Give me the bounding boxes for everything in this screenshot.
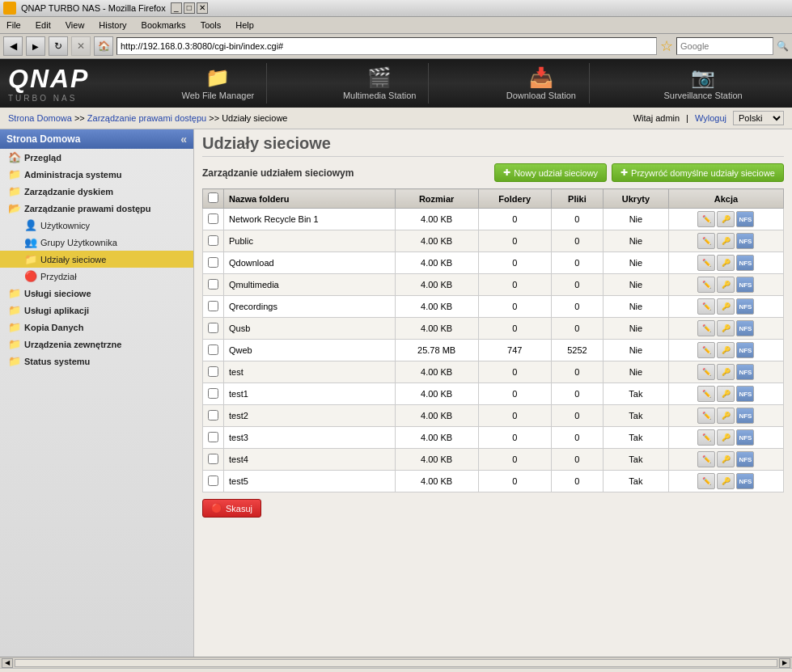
sidebar-item-uslugi-aplikacji[interactable]: 📁 Usługi aplikacji: [0, 302, 193, 319]
sidebar-item-przeglad[interactable]: 🏠 Przegląd: [0, 149, 193, 166]
nfs-button-12[interactable]: NFS: [736, 473, 754, 489]
nav-multimedia-station[interactable]: 🎬 Multimedia Station: [332, 63, 429, 104]
nfs-button-4[interactable]: NFS: [736, 298, 754, 315]
permission-button-3[interactable]: 🔑: [717, 277, 735, 293]
row-checkbox-9[interactable]: [208, 410, 218, 421]
edit-button-12[interactable]: ✏️: [697, 473, 715, 489]
row-checkbox-4[interactable]: [208, 301, 218, 311]
menu-help[interactable]: Help: [232, 19, 257, 32]
scroll-track[interactable]: [15, 659, 777, 667]
scroll-left-button[interactable]: ◀: [2, 658, 13, 668]
nfs-button-10[interactable]: NFS: [736, 429, 754, 446]
restore-shares-button[interactable]: ✚ Przywróć domyślne udziały sieciowe: [612, 163, 784, 182]
search-icon[interactable]: 🔍: [777, 40, 789, 52]
permission-button-11[interactable]: 🔑: [717, 451, 735, 467]
window-controls[interactable]: _ □ ✕: [171, 2, 208, 14]
sidebar-item-grupy[interactable]: 👥 Grupy Użytkownika: [0, 234, 193, 251]
minimize-button[interactable]: _: [171, 2, 182, 14]
nfs-button-1[interactable]: NFS: [736, 233, 754, 249]
permission-button-9[interactable]: 🔑: [717, 408, 735, 424]
scroll-right-button[interactable]: ▶: [779, 658, 790, 668]
reload-button[interactable]: ↻: [49, 36, 68, 56]
row-checkbox-0[interactable]: [208, 213, 218, 224]
horizontal-scrollbar[interactable]: ◀ ▶: [0, 657, 792, 668]
permission-button-6[interactable]: 🔑: [717, 342, 735, 358]
stop-button[interactable]: ✕: [71, 36, 91, 56]
nav-download-station[interactable]: 📥 Download Station: [493, 63, 590, 104]
nfs-button-8[interactable]: NFS: [736, 386, 754, 402]
row-checkbox-6[interactable]: [208, 344, 218, 355]
back-button[interactable]: ◀: [3, 36, 23, 56]
language-selector[interactable]: Polski English: [733, 111, 784, 125]
edit-button-11[interactable]: ✏️: [697, 451, 715, 467]
new-share-button[interactable]: ✚ Nowy udział sieciowy: [494, 163, 607, 182]
edit-button-4[interactable]: ✏️: [697, 298, 715, 315]
maximize-button[interactable]: □: [184, 2, 195, 14]
sidebar-item-uzytkownicy[interactable]: 👤 Użytkownicy: [0, 217, 193, 234]
sidebar-item-udzialy[interactable]: 📁 Udziały sieciowe: [0, 251, 193, 268]
edit-button-6[interactable]: ✏️: [697, 342, 715, 358]
delete-button[interactable]: 🔴 Skasuj: [202, 499, 261, 518]
sidebar-item-status[interactable]: 📁 Status systemu: [0, 353, 193, 370]
permission-button-7[interactable]: 🔑: [717, 364, 735, 380]
home-button[interactable]: 🏠: [94, 36, 113, 56]
edit-button-10[interactable]: ✏️: [697, 429, 715, 446]
nfs-button-5[interactable]: NFS: [736, 320, 754, 336]
logout-link[interactable]: Wyloguj: [695, 113, 726, 123]
nfs-button-0[interactable]: NFS: [736, 211, 754, 227]
nfs-button-11[interactable]: NFS: [736, 451, 754, 467]
edit-button-8[interactable]: ✏️: [697, 386, 715, 402]
sidebar-item-kopia[interactable]: 📁 Kopia Danych: [0, 319, 193, 336]
search-input[interactable]: [676, 37, 773, 55]
edit-button-3[interactable]: ✏️: [697, 277, 715, 293]
nfs-button-6[interactable]: NFS: [736, 342, 754, 358]
close-button[interactable]: ✕: [197, 2, 208, 14]
sidebar-item-uslugi-sieciowe[interactable]: 📁 Usługi sieciowe: [0, 285, 193, 302]
permission-button-0[interactable]: 🔑: [717, 211, 735, 227]
sidebar-item-dysk[interactable]: 📁 Zarządzanie dyskiem: [0, 183, 193, 200]
permission-button-10[interactable]: 🔑: [717, 429, 735, 446]
permission-button-4[interactable]: 🔑: [717, 298, 735, 315]
permission-button-2[interactable]: 🔑: [717, 255, 735, 271]
menu-history[interactable]: History: [95, 19, 129, 32]
menu-edit[interactable]: Edit: [32, 19, 54, 32]
sidebar-item-przydzia[interactable]: 🔴 Przydział: [0, 268, 193, 285]
row-checkbox-7[interactable]: [208, 366, 218, 377]
breadcrumb-access[interactable]: Zarządzanie prawami dostępu: [87, 113, 206, 123]
bookmark-star-icon[interactable]: ☆: [660, 37, 673, 55]
row-checkbox-8[interactable]: [208, 388, 218, 399]
permission-button-8[interactable]: 🔑: [717, 386, 735, 402]
row-checkbox-3[interactable]: [208, 279, 218, 290]
nfs-button-2[interactable]: NFS: [736, 255, 754, 271]
nfs-button-3[interactable]: NFS: [736, 277, 754, 293]
menu-view[interactable]: View: [62, 19, 88, 32]
edit-button-0[interactable]: ✏️: [697, 211, 715, 227]
permission-button-1[interactable]: 🔑: [717, 233, 735, 249]
nav-web-file-manager[interactable]: 📁 Web File Manager: [170, 63, 267, 104]
edit-button-7[interactable]: ✏️: [697, 364, 715, 380]
nfs-button-9[interactable]: NFS: [736, 408, 754, 424]
sidebar-collapse-button[interactable]: «: [180, 133, 187, 146]
permission-button-12[interactable]: 🔑: [717, 473, 735, 489]
forward-button[interactable]: ▶: [26, 36, 45, 56]
menu-bookmarks[interactable]: Bookmarks: [138, 19, 189, 32]
row-checkbox-5[interactable]: [208, 323, 218, 333]
sidebar-item-urzadzenia[interactable]: 📁 Urządzenia zewnętrzne: [0, 336, 193, 353]
menu-file[interactable]: File: [3, 19, 24, 32]
menu-tools[interactable]: Tools: [197, 19, 225, 32]
permission-button-5[interactable]: 🔑: [717, 320, 735, 336]
breadcrumb-home[interactable]: Strona Domowa: [8, 113, 72, 123]
select-all-checkbox[interactable]: [208, 192, 218, 203]
row-checkbox-1[interactable]: [208, 235, 218, 246]
url-bar[interactable]: [116, 37, 657, 55]
edit-button-5[interactable]: ✏️: [697, 320, 715, 336]
nfs-button-7[interactable]: NFS: [736, 364, 754, 380]
edit-button-9[interactable]: ✏️: [697, 408, 715, 424]
edit-button-1[interactable]: ✏️: [697, 233, 715, 249]
row-checkbox-11[interactable]: [208, 454, 218, 464]
sidebar-item-administracja[interactable]: 📁 Administracja systemu: [0, 166, 193, 183]
nav-surveillance-station[interactable]: 📷 Surveillance Station: [654, 63, 752, 104]
edit-button-2[interactable]: ✏️: [697, 255, 715, 271]
row-checkbox-10[interactable]: [208, 432, 218, 442]
sidebar-item-prawa[interactable]: 📂 Zarządzanie prawami dostępu: [0, 200, 193, 217]
